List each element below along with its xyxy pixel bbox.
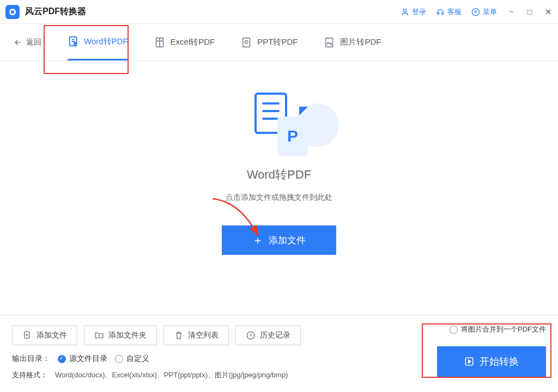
- play-icon: [464, 357, 474, 366]
- output-custom-radio[interactable]: 自定义: [115, 354, 149, 364]
- output-source-radio[interactable]: 源文件目录: [58, 354, 107, 364]
- titlebar: 风云PDF转换器 登录 客服 菜单 － □ ✕: [0, 0, 558, 24]
- add-file-main-button[interactable]: ＋ 添加文件: [222, 225, 336, 255]
- radio-unchecked-icon: [115, 355, 123, 363]
- svg-point-0: [403, 9, 406, 11]
- document-illustration: P: [254, 93, 304, 152]
- back-button[interactable]: 返回: [13, 38, 41, 47]
- ppt-file-icon: [241, 36, 253, 48]
- start-label: 开始转换: [480, 355, 519, 368]
- radio-unchecked-icon: [450, 326, 458, 334]
- format-label: 支持格式：: [12, 370, 47, 380]
- history-button[interactable]: 历史记录: [235, 326, 301, 345]
- word-file-icon: P: [68, 35, 80, 47]
- tab-image-to-pdf[interactable]: 图片转PDF: [324, 24, 381, 60]
- maximize-button[interactable]: □: [525, 8, 534, 16]
- support-link[interactable]: 客服: [436, 7, 462, 17]
- drop-area[interactable]: P Word转PDF 点击添加文件或拖拽文件到此处 ＋ 添加文件: [0, 93, 558, 255]
- tab-word-to-pdf[interactable]: P Word转PDF: [68, 24, 128, 60]
- format-value: Word(doc/docx)、Excel(xls/xlsx)、PPT(ppt/p…: [55, 370, 288, 380]
- merge-images-option[interactable]: 将图片合并到一个PDF文件: [450, 324, 546, 334]
- svg-rect-7: [326, 38, 333, 47]
- tab-label: Excel转PDF: [171, 37, 215, 47]
- output-dir-label: 输出目录：: [12, 354, 50, 364]
- doc-letter: P: [277, 117, 308, 156]
- menu-link[interactable]: 菜单: [471, 7, 497, 17]
- center-subtitle: 点击添加文件或拖拽文件到此处: [226, 193, 332, 203]
- svg-text:P: P: [74, 41, 77, 46]
- add-file-button[interactable]: 添加文件: [12, 326, 77, 345]
- close-button[interactable]: ✕: [544, 8, 553, 16]
- radio-label: 源文件目录: [69, 354, 107, 364]
- clear-list-button[interactable]: 清空列表: [163, 326, 229, 345]
- minimize-button[interactable]: －: [507, 8, 515, 16]
- radio-label: 自定义: [126, 354, 149, 364]
- svg-rect-5: [243, 38, 250, 47]
- history-icon: [246, 330, 256, 340]
- back-label: 返回: [26, 38, 41, 47]
- file-add-icon: [22, 330, 32, 340]
- radio-checked-icon: [58, 355, 66, 363]
- tab-label: Word转PDF: [84, 36, 128, 47]
- btn-label: 添加文件夹: [108, 330, 147, 340]
- add-folder-button[interactable]: 添加文件夹: [84, 326, 157, 345]
- svg-point-6: [245, 40, 248, 44]
- btn-label: 历史记录: [260, 330, 290, 340]
- login-link[interactable]: 登录: [401, 7, 426, 17]
- tab-label: PPT转PDF: [257, 37, 298, 47]
- start-convert-button[interactable]: 开始转换: [437, 346, 546, 377]
- image-file-icon: [324, 36, 336, 48]
- support-label: 客服: [447, 7, 462, 17]
- btn-label: 清空列表: [188, 330, 219, 340]
- center-title: Word转PDF: [247, 167, 311, 183]
- tab-ppt-to-pdf[interactable]: PPT转PDF: [241, 24, 298, 60]
- tab-row: 返回 P Word转PDF Excel转PDF PPT转PDF 图片转PDF: [0, 24, 558, 61]
- headset-icon: [436, 8, 445, 16]
- folder-add-icon: [94, 330, 104, 340]
- merge-label: 将图片合并到一个PDF文件: [461, 324, 546, 334]
- menu-label: 菜单: [483, 7, 497, 17]
- excel-file-icon: [154, 36, 166, 48]
- user-icon: [401, 8, 409, 16]
- back-arrow-icon: [13, 39, 23, 46]
- tab-excel-to-pdf[interactable]: Excel转PDF: [154, 24, 215, 60]
- bottom-panel: 添加文件 添加文件夹 清空列表 历史记录 将图片合并到一个PDF文件 输出目录：…: [0, 315, 558, 392]
- trash-icon: [174, 330, 184, 340]
- menu-list-icon: [471, 8, 480, 16]
- add-file-label: 添加文件: [269, 234, 306, 247]
- app-logo: [5, 5, 20, 19]
- plus-icon: ＋: [252, 233, 263, 248]
- login-label: 登录: [412, 7, 426, 17]
- tab-label: 图片转PDF: [340, 37, 381, 47]
- btn-label: 添加文件: [37, 330, 67, 340]
- app-title: 风云PDF转换器: [25, 6, 401, 17]
